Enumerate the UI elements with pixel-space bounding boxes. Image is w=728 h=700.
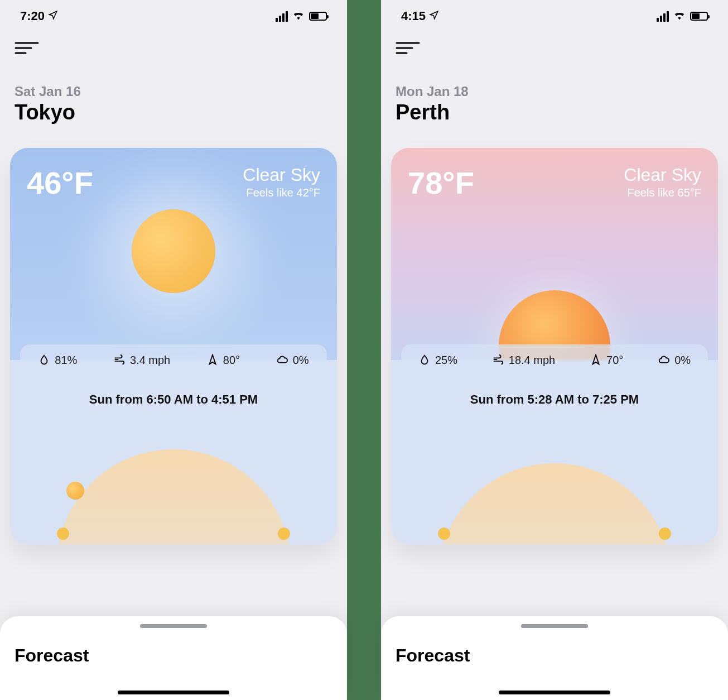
direction-stat: 70° (590, 354, 623, 367)
sun-position-dot (66, 482, 84, 500)
drag-handle[interactable] (521, 624, 588, 628)
compass-icon (590, 354, 602, 366)
temperature-text: 78°F (408, 165, 474, 360)
battery-icon (690, 12, 708, 21)
droplet-icon (418, 354, 431, 366)
cloud-icon (276, 354, 288, 366)
home-indicator[interactable] (499, 691, 610, 694)
wifi-icon (673, 9, 686, 23)
header: Mon Jan 18 Perth (381, 57, 728, 133)
sun-arc (10, 416, 337, 544)
wind-value: 3.4 mph (130, 354, 170, 367)
phone-screen-perth: 4:15 Mon Jan 18 Perth 78°F Clear Sky Fee… (381, 0, 728, 700)
date-text: Mon Jan 18 (396, 84, 713, 99)
wind-value: 18.4 mph (509, 354, 555, 367)
forecast-title: Forecast (396, 645, 713, 666)
sunset-dot (278, 528, 290, 540)
location-arrow-icon (48, 9, 58, 23)
stats-row: 25% 18.4 mph 70° 0% (401, 344, 708, 376)
wind-stat: 3.4 mph (113, 354, 170, 367)
condition-text: Clear Sky (624, 165, 701, 185)
humidity-value: 81% (55, 354, 77, 367)
menu-button[interactable] (381, 28, 728, 57)
cloud-stat: 0% (658, 354, 691, 367)
sun-arc (391, 416, 718, 544)
cloud-stat: 0% (276, 354, 309, 367)
humidity-value: 25% (435, 354, 457, 367)
humidity-stat: 81% (38, 354, 77, 367)
wind-stat: 18.4 mph (492, 354, 555, 367)
direction-stat: 80° (206, 354, 240, 367)
phone-screen-tokyo: 7:20 Sat Jan 16 Tokyo 46°F Clear Sky Fee… (0, 0, 347, 700)
direction-value: 70° (606, 354, 623, 367)
battery-icon (309, 12, 327, 21)
cellular-signal-icon (276, 11, 288, 22)
condition-text: Clear Sky (243, 165, 320, 185)
forecast-title: Forecast (15, 645, 332, 666)
home-indicator[interactable] (118, 691, 229, 694)
direction-value: 80° (223, 354, 240, 367)
cloud-icon (658, 354, 670, 366)
status-time: 7:20 (20, 9, 45, 23)
forecast-panel[interactable]: Forecast (381, 616, 728, 700)
status-bar: 7:20 (0, 0, 347, 28)
droplet-icon (38, 354, 50, 366)
weather-card: 46°F Clear Sky Feels like 42°F 81% 3.4 m… (10, 148, 337, 544)
status-time: 4:15 (401, 9, 426, 23)
feels-like-text: Feels like 65°F (624, 186, 701, 199)
compass-icon (206, 354, 219, 366)
sun-icon (132, 209, 215, 293)
weather-card-top: 78°F Clear Sky Feels like 65°F 25% 18.4 … (391, 148, 718, 360)
wind-icon (113, 354, 126, 366)
weather-card-top: 46°F Clear Sky Feels like 42°F 81% 3.4 m… (10, 148, 337, 360)
drag-handle[interactable] (140, 624, 207, 628)
sun-times-text: Sun from 5:28 AM to 7:25 PM (391, 392, 718, 407)
weather-card-bottom: Sun from 6:50 AM to 4:51 PM (10, 360, 337, 544)
sunrise-dot (57, 528, 69, 540)
status-bar: 4:15 (381, 0, 728, 28)
cloud-value: 0% (674, 354, 691, 367)
weather-card: 78°F Clear Sky Feels like 65°F 25% 18.4 … (391, 148, 718, 544)
location-arrow-icon (429, 9, 439, 23)
cloud-value: 0% (293, 354, 309, 367)
cellular-signal-icon (657, 11, 669, 22)
humidity-stat: 25% (418, 354, 457, 367)
wind-icon (492, 354, 504, 366)
sun-times-text: Sun from 6:50 AM to 4:51 PM (10, 392, 337, 407)
weather-card-bottom: Sun from 5:28 AM to 7:25 PM (391, 360, 718, 544)
date-text: Sat Jan 16 (15, 84, 332, 99)
stats-row: 81% 3.4 mph 80° 0% (20, 344, 327, 376)
header: Sat Jan 16 Tokyo (0, 57, 347, 133)
sunset-dot (659, 528, 671, 540)
forecast-panel[interactable]: Forecast (0, 616, 347, 700)
city-text: Tokyo (15, 100, 332, 124)
city-text: Perth (396, 100, 713, 124)
sunrise-dot (438, 528, 450, 540)
menu-button[interactable] (0, 28, 347, 57)
feels-like-text: Feels like 42°F (243, 186, 320, 199)
wifi-icon (292, 9, 305, 23)
temperature-text: 46°F (27, 165, 93, 360)
